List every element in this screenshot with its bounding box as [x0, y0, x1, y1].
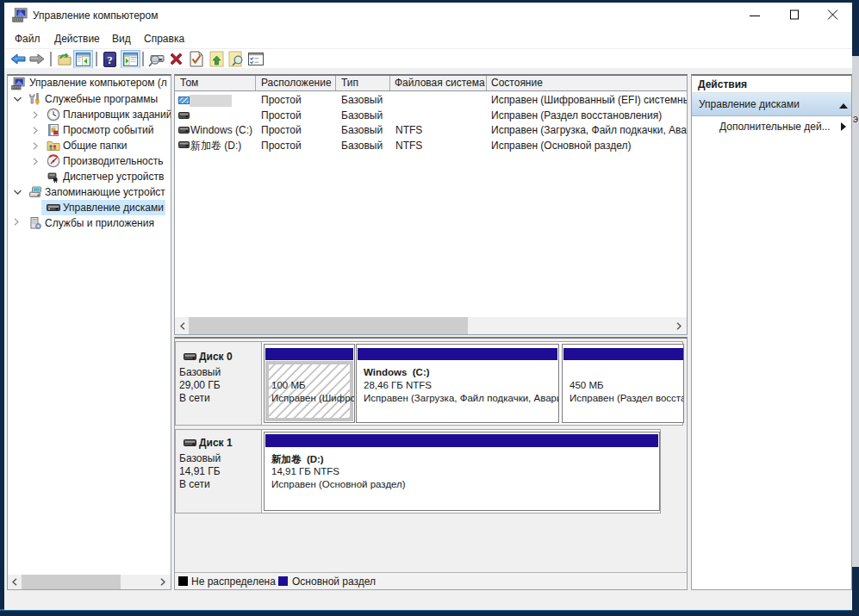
svg-text:?: ?	[107, 53, 113, 66]
